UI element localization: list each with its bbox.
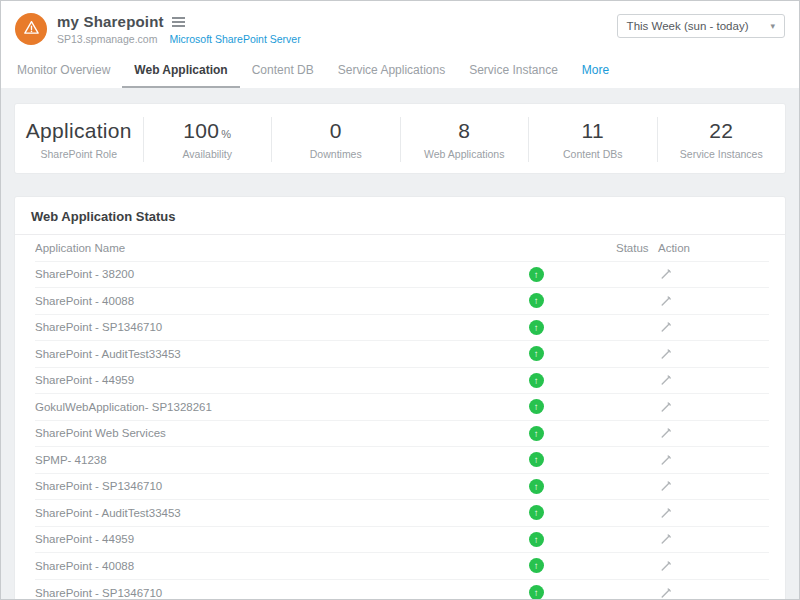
- stat-web-applications: 8Web Applications: [401, 117, 530, 162]
- status-up-icon: ↑: [529, 505, 544, 520]
- stat-value: 0: [276, 119, 396, 143]
- tab-bar: Monitor OverviewWeb ApplicationContent D…: [15, 57, 785, 88]
- status-up-icon: ↑: [529, 585, 544, 599]
- status-up-icon: ↑: [529, 320, 544, 335]
- app-header: my Sharepoint SP13.spmanage.com Microsof…: [1, 1, 799, 88]
- application-name: SharePoint - 40088: [35, 560, 523, 572]
- application-name: SharePoint Web Services: [35, 427, 523, 439]
- tab-content-db[interactable]: Content DB: [240, 57, 326, 88]
- status-up-icon: ↑: [529, 452, 544, 467]
- stat-label: Service Instances: [662, 148, 782, 160]
- application-name: SharePoint - SP1346710: [35, 321, 523, 333]
- tab-service-instance[interactable]: Service Instance: [457, 57, 570, 88]
- edit-pencil-icon[interactable]: [658, 319, 674, 335]
- table-row: GokulWebApplication- SP1328261↑: [35, 394, 769, 421]
- application-name: SharePoint - SP1346710: [35, 480, 523, 492]
- status-up-icon: ↑: [529, 532, 544, 547]
- stat-availability: 100%Availability: [144, 117, 273, 162]
- application-name: SharePoint - 38200: [35, 268, 523, 280]
- table-header-row: Application Name Status Action: [35, 235, 769, 262]
- tab-service-applications[interactable]: Service Applications: [326, 57, 457, 88]
- edit-pencil-icon[interactable]: [658, 452, 674, 468]
- table-row: SharePoint - SP1346710↑: [35, 580, 769, 600]
- stat-downtimes: 0Downtimes: [272, 117, 401, 162]
- application-name: SharePoint - AuditTest33453: [35, 348, 523, 360]
- status-up-icon: ↑: [529, 373, 544, 388]
- table-row: SharePoint - AuditTest33453↑: [35, 341, 769, 368]
- table-row: SharePoint - 44959↑: [35, 368, 769, 395]
- table-row: SharePoint - SP1346710↑: [35, 474, 769, 501]
- edit-pencil-icon[interactable]: [658, 558, 674, 574]
- time-range-value: This Week (sun - today): [627, 20, 749, 32]
- stat-sharepoint-role: ApplicationSharePoint Role: [15, 117, 144, 162]
- status-up-icon: ↑: [529, 399, 544, 414]
- monitor-logo: [15, 13, 47, 45]
- table-row: SharePoint - 38200↑: [35, 262, 769, 289]
- edit-pencil-icon[interactable]: [658, 425, 674, 441]
- edit-pencil-icon[interactable]: [658, 399, 674, 415]
- hamburger-menu-icon[interactable]: [172, 14, 185, 30]
- stat-value: 22: [662, 119, 782, 143]
- edit-pencil-icon[interactable]: [658, 346, 674, 362]
- stat-value: Application: [19, 119, 139, 143]
- edit-pencil-icon[interactable]: [658, 478, 674, 494]
- table-row: SharePoint Web Services↑: [35, 421, 769, 448]
- stat-label: Content DBs: [533, 148, 653, 160]
- table-row: SharePoint - SP1346710↑: [35, 315, 769, 342]
- stat-label: Availability: [148, 148, 268, 160]
- column-header-status: Status: [616, 242, 658, 254]
- column-header-action: Action: [658, 242, 769, 254]
- web-application-status-card: Web Application Status Application Name …: [15, 197, 785, 599]
- stat-label: SharePoint Role: [19, 148, 139, 160]
- status-up-icon: ↑: [529, 426, 544, 441]
- tab-more[interactable]: More: [570, 57, 621, 88]
- edit-pencil-icon[interactable]: [658, 585, 674, 599]
- table-row: SharePoint - 44959↑: [35, 527, 769, 554]
- table-row: SharePoint - AuditTest33453↑: [35, 500, 769, 527]
- stat-label: Downtimes: [276, 148, 396, 160]
- status-up-icon: ↑: [529, 293, 544, 308]
- server-type-link[interactable]: Microsoft SharePoint Server: [169, 33, 300, 45]
- application-name: SharePoint - SP1346710: [35, 587, 523, 599]
- warning-triangle-icon: [22, 18, 41, 41]
- status-up-icon: ↑: [529, 479, 544, 494]
- column-header-application-name: Application Name: [35, 242, 523, 254]
- stat-service-instances: 22Service Instances: [658, 117, 786, 162]
- chevron-down-icon: ▾: [770, 21, 775, 31]
- section-title: Web Application Status: [15, 197, 785, 235]
- stat-value: 100%: [148, 119, 268, 143]
- table-body: SharePoint - 38200↑SharePoint - 40088↑Sh…: [35, 262, 769, 600]
- edit-pencil-icon[interactable]: [658, 372, 674, 388]
- application-name: SharePoint - 44959: [35, 374, 523, 386]
- table-row: SPMP- 41238↑: [35, 447, 769, 474]
- stat-suffix: %: [221, 128, 231, 140]
- host-name: SP13.spmanage.com: [57, 33, 157, 45]
- page-title: my Sharepoint: [57, 13, 164, 30]
- time-range-dropdown[interactable]: This Week (sun - today) ▾: [617, 14, 785, 38]
- status-up-icon: ↑: [529, 558, 544, 573]
- edit-pencil-icon[interactable]: [658, 266, 674, 282]
- status-up-icon: ↑: [529, 267, 544, 282]
- application-name: SharePoint - 40088: [35, 295, 523, 307]
- table-row: SharePoint - 40088↑: [35, 553, 769, 580]
- application-name: SharePoint - AuditTest33453: [35, 507, 523, 519]
- summary-stats-card: ApplicationSharePoint Role100%Availabili…: [15, 104, 785, 173]
- application-name: GokulWebApplication- SP1328261: [35, 401, 523, 413]
- status-up-icon: ↑: [529, 346, 544, 361]
- stat-value: 8: [405, 119, 525, 143]
- application-name: SharePoint - 44959: [35, 533, 523, 545]
- stat-value: 11: [533, 119, 653, 143]
- web-application-table: Application Name Status Action SharePoin…: [15, 235, 785, 599]
- application-name: SPMP- 41238: [35, 454, 523, 466]
- stat-content-dbs: 11Content DBs: [529, 117, 658, 162]
- tab-monitor-overview[interactable]: Monitor Overview: [15, 57, 122, 88]
- edit-pencil-icon[interactable]: [658, 531, 674, 547]
- table-row: SharePoint - 40088↑: [35, 288, 769, 315]
- edit-pencil-icon[interactable]: [658, 505, 674, 521]
- stat-label: Web Applications: [405, 148, 525, 160]
- sharepoint-monitor-page: my Sharepoint SP13.spmanage.com Microsof…: [0, 0, 800, 600]
- tab-web-application[interactable]: Web Application: [122, 57, 239, 88]
- content-area: ApplicationSharePoint Role100%Availabili…: [1, 88, 799, 599]
- edit-pencil-icon[interactable]: [658, 293, 674, 309]
